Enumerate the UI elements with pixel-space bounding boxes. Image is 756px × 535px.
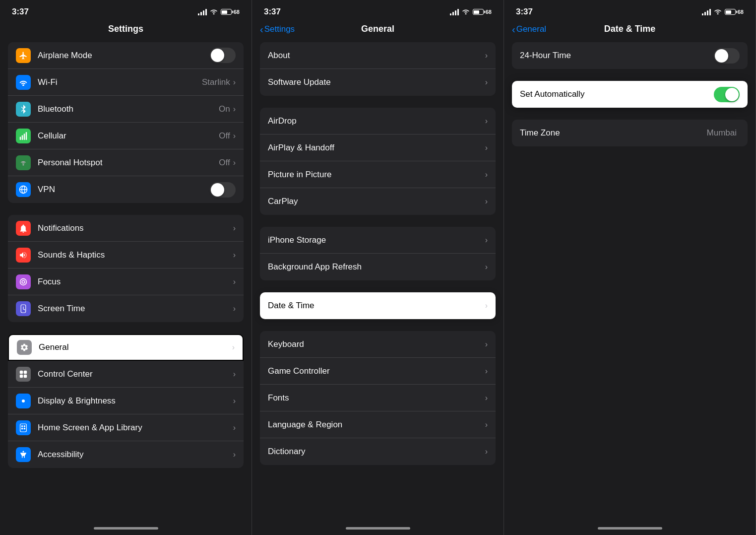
set-auto-row[interactable]: Set Automatically <box>512 81 748 108</box>
general-row[interactable]: General › <box>8 334 244 361</box>
vpn-row[interactable]: VPN <box>8 176 244 203</box>
status-time-3: 3:37 <box>516 7 533 17</box>
home-screen-row[interactable]: Home Screen & App Library › <box>8 414 244 441</box>
game-controller-label: Game Controller <box>268 366 485 376</box>
focus-row[interactable]: Focus › <box>8 268 244 295</box>
focus-chevron: › <box>233 277 236 286</box>
bg-refresh-label: Background App Refresh <box>268 262 485 272</box>
storage-section: iPhone Storage › Background App Refresh … <box>260 227 496 280</box>
svg-rect-18 <box>24 428 25 429</box>
bg-refresh-row[interactable]: Background App Refresh › <box>260 254 496 280</box>
language-region-row[interactable]: Language & Region › <box>260 411 496 438</box>
settings-content[interactable]: Airplane Mode Wi-Fi Starlink › <box>0 40 252 521</box>
vpn-toggle[interactable] <box>210 182 236 198</box>
carplay-label: CarPlay <box>268 197 485 206</box>
dictionary-row[interactable]: Dictionary › <box>260 438 496 465</box>
hotspot-icon <box>16 155 31 170</box>
pip-row[interactable]: Picture in Picture › <box>260 161 496 188</box>
back-chevron-2: ‹ <box>260 24 263 34</box>
bluetooth-icon <box>16 102 31 117</box>
fonts-row[interactable]: Fonts › <box>260 385 496 411</box>
svg-point-4 <box>22 164 24 165</box>
cellular-label: Cellular <box>38 131 219 141</box>
hotspot-row[interactable]: Personal Hotspot Off › <box>8 149 244 176</box>
wifi-row[interactable]: Wi-Fi Starlink › <box>8 69 244 96</box>
cellular-row[interactable]: Cellular Off › <box>8 123 244 149</box>
home-indicator-2 <box>252 521 504 535</box>
date-time-row[interactable]: Date & Time › <box>260 292 496 319</box>
system-group: Notifications › Sounds & Haptics › <box>8 215 244 322</box>
airplane-mode-toggle[interactable] <box>210 48 236 63</box>
datetime-content[interactable]: 24-Hour Time Set Automatically <box>504 40 756 521</box>
set-auto-toggle[interactable] <box>714 87 740 102</box>
airplay-row[interactable]: AirPlay & Handoff › <box>260 134 496 161</box>
svg-rect-10 <box>24 370 27 373</box>
iphone-storage-row[interactable]: iPhone Storage › <box>260 227 496 254</box>
language-region-chevron: › <box>485 420 488 429</box>
battery-icon-3: 68 <box>725 9 744 15</box>
display-row[interactable]: Display & Brightness › <box>8 388 244 414</box>
settings-title: Settings <box>108 24 143 34</box>
software-update-label: Software Update <box>268 77 485 87</box>
keyboard-row[interactable]: Keyboard › <box>260 331 496 358</box>
general-content[interactable]: About › Software Update › AirDrop › AirP… <box>252 40 504 521</box>
about-label: About <box>268 51 485 61</box>
wifi-status-icon-1 <box>210 8 218 16</box>
svg-point-19 <box>23 451 24 453</box>
timezone-value: Mumbai <box>707 128 737 138</box>
signal-icon-1 <box>198 8 207 15</box>
control-center-row[interactable]: Control Center › <box>8 361 244 388</box>
airdrop-row[interactable]: AirDrop › <box>260 108 496 134</box>
back-chevron-3: ‹ <box>512 24 515 34</box>
about-row[interactable]: About › <box>260 42 496 69</box>
vpn-label: VPN <box>38 185 210 195</box>
notifications-chevron: › <box>233 224 236 233</box>
back-to-settings[interactable]: ‹ Settings <box>260 24 295 34</box>
general-nav-bar: ‹ Settings General <box>252 22 504 40</box>
accessibility-label: Accessibility <box>38 450 233 460</box>
general-chevron: › <box>232 343 235 352</box>
timezone-row[interactable]: Time Zone Mumbai <box>512 120 748 146</box>
wifi-icon <box>16 75 31 90</box>
24hour-row[interactable]: 24-Hour Time <box>512 42 748 69</box>
game-controller-row[interactable]: Game Controller › <box>260 358 496 385</box>
24hour-toggle[interactable] <box>714 48 740 64</box>
notifications-row[interactable]: Notifications › <box>8 215 244 242</box>
control-center-label: Control Center <box>38 369 233 379</box>
auto-group: Set Automatically <box>512 81 748 108</box>
svg-point-13 <box>22 400 25 402</box>
notifications-label: Notifications <box>38 223 233 233</box>
battery-icon-1: 68 <box>221 9 240 15</box>
bluetooth-value: On <box>219 104 230 114</box>
cellular-icon <box>16 129 31 143</box>
airdrop-chevron: › <box>485 117 488 126</box>
datetime-nav-bar: ‹ General Date & Time <box>504 22 756 40</box>
bluetooth-row[interactable]: Bluetooth On › <box>8 96 244 123</box>
bluetooth-label: Bluetooth <box>38 104 219 114</box>
hotspot-chevron: › <box>233 158 236 167</box>
screen-time-row[interactable]: Screen Time › <box>8 295 244 322</box>
24hour-label: 24-Hour Time <box>520 51 714 61</box>
status-icons-3: 68 <box>702 8 744 16</box>
focus-label: Focus <box>38 277 233 287</box>
airplane-mode-row[interactable]: Airplane Mode <box>8 42 244 69</box>
sounds-row[interactable]: Sounds & Haptics › <box>8 242 244 268</box>
display-chevron: › <box>233 397 236 405</box>
about-chevron: › <box>485 51 488 60</box>
hotspot-label: Personal Hotspot <box>38 158 219 168</box>
status-time-2: 3:37 <box>264 7 281 17</box>
general-title: General <box>361 24 394 34</box>
accessibility-row[interactable]: Accessibility › <box>8 441 244 468</box>
home-indicator-3 <box>504 521 756 535</box>
carplay-row[interactable]: CarPlay › <box>260 188 496 215</box>
back-to-general[interactable]: ‹ General <box>512 24 546 34</box>
software-update-row[interactable]: Software Update › <box>260 69 496 96</box>
timezone-label: Time Zone <box>520 128 707 138</box>
svg-rect-9 <box>20 370 23 373</box>
status-icons-2: 68 <box>450 8 492 16</box>
accessibility-icon <box>16 447 31 462</box>
wifi-status-icon-2 <box>462 8 470 16</box>
datetime-section: Date & Time › <box>260 292 496 319</box>
bg-refresh-chevron: › <box>485 263 488 271</box>
home-screen-chevron: › <box>233 423 236 432</box>
